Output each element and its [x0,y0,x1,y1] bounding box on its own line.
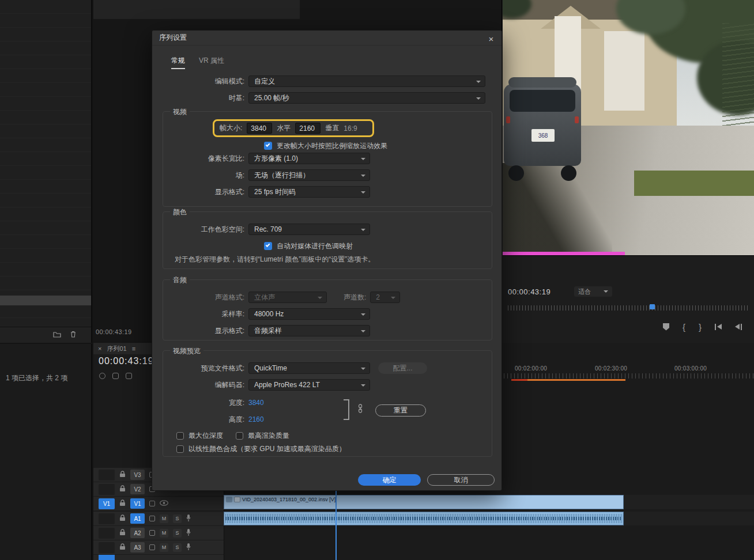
panel-menu-icon[interactable]: ≡ [132,345,135,352]
tab-general[interactable]: 常规 [171,56,185,69]
lock-icon[interactable] [119,529,126,538]
solo-button[interactable]: S [173,514,182,523]
sync-lock-icon[interactable] [149,501,155,506]
edit-mode-select[interactable]: 自定义 [248,75,485,87]
sync-lock-icon[interactable] [149,516,155,521]
source-patch-empty[interactable] [99,528,115,539]
track-row-a1: A1 M S [93,512,224,525]
pixel-aspect-select[interactable]: 方形像素 (1.0) [248,153,370,164]
mic-icon[interactable] [186,529,191,538]
max-quality-checkbox[interactable] [236,432,243,440]
wheel-shape [508,165,524,181]
configure-button: 配置... [378,362,427,374]
working-space-value: Rec. 709 [254,225,282,233]
display-format-label: 显示格式: [152,187,244,197]
preview-width-row: 宽度: 3840 [152,397,502,408]
program-monitor-panel: 368 00:00:43:19 适合 { } [502,0,754,343]
linear-color-checkbox[interactable] [176,445,184,453]
go-to-in-icon[interactable] [715,324,722,330]
tonemap-checkbox[interactable] [264,242,272,250]
close-tab-icon[interactable]: × [98,345,101,352]
mute-button[interactable]: M [160,529,168,538]
sequence-tab-label[interactable]: 序列01 [107,345,126,353]
track-badge[interactable]: V3 [130,470,145,480]
lock-icon[interactable] [119,514,126,523]
source-patch-empty[interactable] [99,542,115,553]
display-format-select[interactable]: 25 fps 时间码 [248,186,370,198]
pixel-aspect-row: 像素长宽比: 方形像素 (1.0) [152,153,502,164]
project-selected-row[interactable] [0,296,91,305]
mark-out-icon[interactable]: } [699,323,702,331]
snap-icon[interactable] [112,373,119,379]
zoom-level-select[interactable]: 适合 [574,286,612,297]
fields-select[interactable]: 无场（逐行扫描） [248,169,370,181]
linked-selection-icon[interactable] [126,373,132,379]
working-space-select[interactable]: Rec. 709 [248,224,370,235]
codec-select[interactable]: Apple ProRes 422 LT [248,379,370,391]
track-visibility-eye-icon[interactable] [160,500,168,508]
trash-icon[interactable] [70,331,76,339]
lock-icon[interactable] [119,471,126,479]
close-icon[interactable]: × [486,33,496,44]
audio-display-label: 显示格式: [152,326,244,336]
add-marker-icon[interactable] [663,323,669,331]
track-badge[interactable]: A2 [130,528,145,538]
frame-height-input[interactable]: 2160 [295,123,321,134]
sample-rate-select[interactable]: 48000 Hz [248,308,370,320]
cancel-button[interactable]: 取消 [427,474,495,486]
preview-format-select[interactable]: QuickTime [248,362,370,374]
mark-in-icon[interactable]: { [683,323,685,331]
source-patch-empty[interactable] [99,470,115,480]
audio-clip[interactable] [224,512,624,525]
sync-lock-icon[interactable] [149,544,155,550]
step-back-icon[interactable] [735,324,742,330]
link-icon[interactable] [357,404,363,415]
lock-icon[interactable] [119,500,126,508]
frame-width-input[interactable]: 3840 [247,123,272,134]
track-badge[interactable]: A1 [130,513,145,524]
source-patch-empty[interactable] [99,484,115,495]
working-space-label: 工作色彩空间: [152,225,244,234]
max-bit-depth-checkbox[interactable] [176,432,184,440]
solo-button[interactable]: S [173,543,182,552]
chevron-down-icon [361,175,365,177]
timebase-select[interactable]: 25.00 帧/秒 [248,92,485,104]
sync-lock-icon[interactable] [149,530,155,536]
audio-display-select[interactable]: 音频采样 [248,325,370,336]
source-patch[interactable] [99,555,115,560]
insert-overwrite-icon[interactable] [99,373,105,379]
source-patch-empty[interactable] [99,513,115,524]
new-bin-icon[interactable] [53,331,61,339]
program-mini-timeline[interactable] [508,305,750,311]
ok-button[interactable]: 确定 [358,474,421,486]
mute-button[interactable]: M [160,543,168,552]
reset-button[interactable]: 重置 [375,404,426,417]
track-badge[interactable]: V1 [130,498,145,509]
timeline-playhead[interactable] [335,491,337,560]
max-quality-label: 最高渲染质量 [248,431,289,441]
preview-width-value[interactable]: 3840 [248,399,264,407]
mute-button[interactable]: M [160,514,168,523]
video-clip[interactable]: VID_20240403_171810_00_002.insv [V] [224,495,624,509]
preview-height-label: 高度: [152,415,244,425]
source-patch-v1[interactable]: V1 [99,498,115,509]
timeline-timecode[interactable]: 00:00:43:19 [99,356,154,366]
tab-vr[interactable]: VR 属性 [199,56,224,69]
audio-waveform [225,517,622,520]
preview-height-value[interactable]: 2160 [248,415,264,423]
scale-motion-checkbox[interactable] [264,142,272,150]
suv-roof-shape [508,77,576,88]
project-item-list[interactable] [0,0,91,326]
track-badge[interactable]: V2 [130,484,145,494]
mic-icon[interactable] [186,514,191,523]
program-timecode[interactable]: 00:00:43:19 [508,287,551,296]
track-badge[interactable]: A3 [130,542,145,553]
solo-button[interactable]: S [173,529,182,538]
check-icon [266,142,270,147]
lock-icon[interactable] [119,485,126,494]
program-monitor-preview[interactable]: 368 [503,0,754,255]
timebase-value: 25.00 帧/秒 [254,93,289,103]
program-playhead-handle[interactable] [650,304,655,309]
mic-icon[interactable] [186,543,191,552]
lock-icon[interactable] [119,543,126,552]
